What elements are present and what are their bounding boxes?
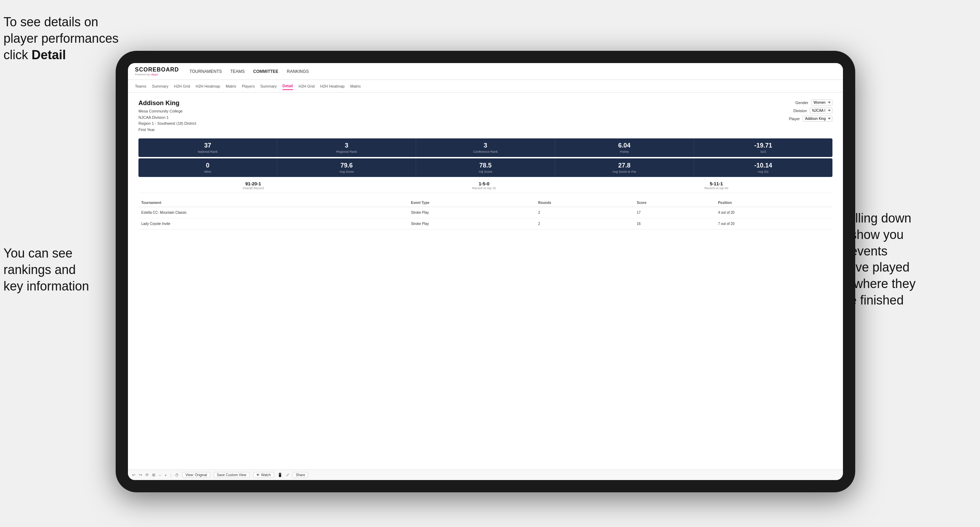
stat-wins: 0 Wins	[138, 159, 277, 177]
col-tournament: Tournament	[138, 199, 408, 207]
stat-conference-rank-value: 3	[419, 142, 552, 149]
stat-regional-rank-value: 3	[280, 142, 413, 149]
device-icon[interactable]: 📱	[278, 473, 283, 477]
player-year: First Year	[138, 127, 196, 133]
tablet-device: SCOREBOARD Powered by clippd TOURNAMENTS…	[116, 51, 855, 492]
app-container: SCOREBOARD Powered by clippd TOURNAMENTS…	[128, 63, 843, 480]
player-header: Addison King Mesa Community College NJCA…	[138, 100, 832, 133]
nav-rankings[interactable]: RANKINGS	[287, 68, 309, 75]
record-top25-value: 1-5-0	[472, 181, 496, 186]
undo-icon[interactable]: ↩	[132, 473, 135, 477]
nav-items: TOURNAMENTS TEAMS COMMITTEE RANKINGS	[189, 68, 309, 75]
division-select[interactable]: NJCAA I	[810, 108, 832, 114]
tournament-table: Tournament Event Type Rounds Score Posit…	[138, 199, 832, 230]
stats-row-1: 37 National Rank 3 Regional Rank 3 Confe…	[138, 138, 832, 157]
player-region: Region 1 - Southwest (18) District	[138, 121, 196, 127]
stat-avg-score-par-label: Avg Score to Par	[558, 170, 691, 173]
division-label: Division	[793, 109, 807, 113]
tab-summary-1[interactable]: Summary	[152, 83, 168, 90]
player-college: Mesa Community College	[138, 108, 196, 114]
row2-event-type: Stroke Play	[408, 218, 535, 230]
watch-button[interactable]: 👁 Watch	[253, 472, 274, 478]
annotation-bottom-left: You can see rankings and key information	[3, 245, 130, 294]
record-overall-label: Overall Record	[243, 186, 264, 190]
gender-label: Gender	[795, 100, 808, 105]
minus-icon[interactable]: −	[159, 473, 161, 477]
stat-sos-value: -19.71	[697, 142, 830, 149]
row1-tournament: Estella CC- Mountain Classic	[138, 207, 408, 218]
tab-h2h-grid-1[interactable]: H2H Grid	[174, 83, 190, 90]
col-event-type: Event Type	[408, 199, 535, 207]
sub-nav: Teams Summary H2H Grid H2H Heatmap Matri…	[128, 80, 843, 92]
stat-avg-sg: -10.14 Avg SG	[694, 159, 832, 177]
save-custom-view-button[interactable]: Save Custom View	[214, 472, 250, 478]
tab-matrix-2[interactable]: Matrix	[350, 83, 361, 90]
grid-icon[interactable]: ⊞	[152, 473, 155, 477]
player-control: Player Addison King	[789, 116, 832, 122]
table-row: Estella CC- Mountain Classic Stroke Play…	[138, 207, 832, 218]
main-content: Addison King Mesa Community College NJCA…	[128, 92, 843, 470]
tab-h2h-grid-2[interactable]: H2H Grid	[299, 83, 315, 90]
tablet-screen: SCOREBOARD Powered by clippd TOURNAMENTS…	[128, 63, 843, 480]
record-top50-value: 5-11-1	[705, 181, 728, 186]
refresh-icon[interactable]: ⟳	[145, 473, 149, 477]
toolbar-separator: |	[170, 473, 172, 478]
tab-players[interactable]: Players	[242, 83, 255, 90]
stat-avg-score-value: 79.6	[280, 162, 413, 169]
stat-avg-score-par: 27.8 Avg Score to Par	[555, 159, 694, 177]
stat-points-label: Points	[558, 150, 691, 154]
share-button[interactable]: Share	[293, 472, 309, 478]
stat-avg-score: 79.6 Avg Score	[277, 159, 416, 177]
row1-event-type: Stroke Play	[408, 207, 535, 218]
stat-points-value: 6.04	[558, 142, 691, 149]
view-original-button[interactable]: View: Original	[182, 472, 210, 478]
records-row: 91-20-1 Overall Record 1-5-0 Record vs t…	[138, 181, 832, 193]
redo-icon[interactable]: ↪	[139, 473, 142, 477]
nav-tournaments[interactable]: TOURNAMENTS	[189, 68, 222, 75]
logo-scoreboard: SCOREBOARD	[135, 67, 179, 73]
tab-h2h-heatmap-1[interactable]: H2H Heatmap	[196, 83, 220, 90]
tab-teams[interactable]: Teams	[135, 83, 146, 90]
record-overall-value: 91-20-1	[243, 181, 264, 186]
record-top25-label: Record vs top 25	[472, 186, 496, 190]
division-control: Division NJCAA I	[793, 108, 832, 114]
clock-icon[interactable]: ⏱	[175, 473, 179, 477]
stat-adj-score: 78.5 Adj Score	[416, 159, 555, 177]
nav-teams[interactable]: TEAMS	[230, 68, 245, 75]
stat-points: 6.04 Points	[555, 138, 694, 157]
tab-detail[interactable]: Detail	[283, 83, 293, 90]
stat-sos-label: SoS	[697, 150, 830, 154]
player-select[interactable]: Addison King	[803, 116, 832, 122]
nav-committee[interactable]: COMMITTEE	[253, 68, 278, 75]
gender-select[interactable]: Women	[811, 100, 832, 105]
stat-regional-rank: 3 Regional Rank	[277, 138, 416, 157]
table-row: Lady Coyote Invite Stroke Play 2 16 7 ou…	[138, 218, 832, 230]
row2-rounds: 2	[535, 218, 634, 230]
stat-conference-rank-label: Conference Rank	[419, 150, 552, 154]
stat-sos: -19.71 SoS	[694, 138, 832, 157]
plus-icon[interactable]: +	[164, 473, 167, 477]
tab-h2h-heatmap-2[interactable]: H2H Heatmap	[320, 83, 345, 90]
col-rounds: Rounds	[535, 199, 634, 207]
player-label: Player	[789, 117, 800, 121]
stat-avg-sg-label: Avg SG	[697, 170, 830, 173]
player-controls: Gender Women Division NJCAA I	[789, 100, 832, 133]
save-custom-view-label: Save Custom View	[217, 473, 247, 477]
bottom-toolbar: ↩ ↪ ⟳ ⊞ − + | ⏱ View: Original Save Cust…	[128, 470, 843, 480]
stat-national-rank-value: 37	[141, 142, 274, 149]
stat-national-rank-label: National Rank	[141, 150, 274, 154]
player-info: Addison King Mesa Community College NJCA…	[138, 100, 196, 133]
row1-position: 4 out of 20	[715, 207, 832, 218]
tab-summary-2[interactable]: Summary	[261, 83, 277, 90]
top-nav: SCOREBOARD Powered by clippd TOURNAMENTS…	[128, 63, 843, 80]
tab-matrix-1[interactable]: Matrix	[226, 83, 236, 90]
stat-avg-score-par-value: 27.8	[558, 162, 691, 169]
stat-conference-rank: 3 Conference Rank	[416, 138, 555, 157]
stat-avg-score-label: Avg Score	[280, 170, 413, 173]
stat-national-rank: 37 National Rank	[138, 138, 277, 157]
expand-icon[interactable]: ⤢	[286, 473, 289, 477]
col-score: Score	[634, 199, 715, 207]
stat-adj-score-value: 78.5	[419, 162, 552, 169]
stat-wins-value: 0	[141, 162, 274, 169]
row1-score: 17	[634, 207, 715, 218]
